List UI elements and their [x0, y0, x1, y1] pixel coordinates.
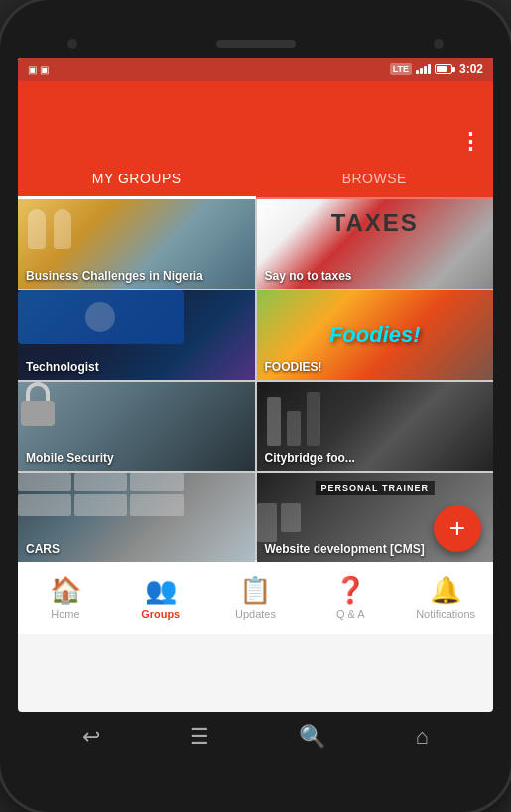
status-time: 3:02 — [459, 62, 483, 76]
qa-icon: ❓ — [334, 575, 366, 606]
nav-item-qa[interactable]: ❓ Q & A — [303, 575, 398, 620]
nav-label-updates: Updates — [235, 608, 276, 620]
lock-body — [21, 401, 55, 426]
cms-bar-2 — [281, 503, 301, 532]
phone-nav-bar: ↩ ☰ 🔍 ⌂ — [18, 712, 493, 761]
overflow-menu-button[interactable]: ⋮ — [459, 131, 483, 153]
foodies-overlay-text: Foodies! — [329, 322, 421, 348]
city-figure-2 — [287, 411, 301, 446]
signal-bar-2 — [420, 68, 423, 74]
taxes-overlay-text: TAXES — [331, 209, 419, 237]
status-left-icons: ▣ ▣ — [28, 64, 49, 75]
nav-label-home: Home — [51, 608, 79, 620]
personal-trainer-badge: PERSONAL TRAINER — [316, 481, 435, 495]
group-item-foodies[interactable]: Foodies! FOODIES! — [257, 290, 494, 380]
lte-indicator: LTE — [390, 63, 412, 75]
signal-bars-icon — [416, 64, 431, 74]
home-icon: 🏠 — [50, 575, 81, 606]
search-button[interactable]: 🔍 — [299, 724, 325, 750]
group-label-foodies: FOODIES! — [265, 360, 322, 374]
engine-part-2 — [74, 473, 128, 491]
nav-item-updates[interactable]: 📋 Updates — [208, 575, 304, 620]
group-item-citybridge[interactable]: Citybridge foo... — [257, 382, 494, 471]
app-header: ⋮ — [18, 81, 493, 161]
city-figure-1 — [267, 397, 281, 446]
engine-part-3 — [130, 473, 184, 491]
signal-bar-4 — [428, 64, 431, 74]
nav-item-groups[interactable]: 👥 Groups — [113, 575, 208, 620]
group-label-nigeria: Business Challenges in Nigeria — [26, 269, 203, 283]
group-item-cars[interactable]: CARS — [18, 473, 255, 562]
fab-add-button[interactable]: + — [434, 505, 481, 552]
city-figure-3 — [307, 392, 320, 446]
signal-bar-3 — [424, 66, 427, 74]
menu-button[interactable]: ☰ — [190, 724, 209, 750]
nav-item-notifications[interactable]: 🔔 Notifications — [398, 575, 493, 620]
phone-speaker — [216, 40, 296, 48]
group-item-taxes[interactable]: TAXES Say no to taxes — [257, 199, 494, 289]
car-engine-sim — [18, 473, 184, 516]
nav-label-groups: Groups — [141, 608, 180, 620]
bottom-nav: 🏠 Home 👥 Groups 📋 Updates ❓ Q & A 🔔 Noti… — [18, 560, 493, 634]
tab-my-groups[interactable]: My Groups — [18, 161, 256, 199]
group-label-cms: Website development [CMS] — [265, 542, 425, 556]
nav-label-qa: Q & A — [336, 608, 365, 620]
phone-top-bar — [18, 30, 493, 58]
app-icons: ▣ ▣ — [28, 64, 49, 75]
group-label-taxes: Say no to taxes — [265, 269, 352, 283]
tabs-bar: My Groups Browse — [18, 161, 493, 199]
phone-screen: ▣ ▣ LTE 3:02 ⋮ — [18, 58, 493, 712]
engine-part-6 — [130, 494, 184, 516]
battery-icon — [435, 64, 455, 74]
group-label-security: Mobile Security — [26, 451, 114, 465]
tech-circle — [85, 302, 115, 332]
group-label-citybridge: Citybridge foo... — [265, 451, 355, 465]
group-item-nigeria[interactable]: Business Challenges in Nigeria — [18, 199, 255, 289]
engine-part-1 — [18, 473, 71, 491]
notifications-icon: 🔔 — [430, 575, 461, 606]
front-camera-left — [67, 39, 77, 49]
groups-grid-wrapper: Business Challenges in Nigeria TAXES Say… — [18, 199, 493, 560]
phone-frame: ▣ ▣ LTE 3:02 ⋮ — [0, 0, 511, 812]
engine-part-4 — [18, 494, 71, 516]
updates-icon: 📋 — [239, 575, 271, 606]
status-bar: ▣ ▣ LTE 3:02 — [18, 58, 493, 81]
group-item-tech[interactable]: Technologist — [18, 290, 255, 380]
group-label-cars: CARS — [26, 542, 60, 556]
engine-part-5 — [74, 494, 128, 516]
nav-label-notifications: Notifications — [416, 608, 475, 620]
groups-grid: Business Challenges in Nigeria TAXES Say… — [18, 199, 493, 560]
lock-top — [26, 382, 50, 402]
nav-item-home[interactable]: 🏠 Home — [18, 575, 113, 620]
home-button[interactable]: ⌂ — [416, 724, 429, 750]
groups-icon: 👥 — [145, 575, 177, 606]
figure-person-1 — [28, 209, 46, 249]
cms-bar-1 — [257, 503, 277, 542]
back-button[interactable]: ↩ — [82, 724, 100, 750]
front-camera-right — [434, 39, 444, 49]
signal-bar-1 — [416, 70, 419, 74]
status-right-icons: LTE 3:02 — [390, 62, 483, 76]
group-label-tech: Technologist — [26, 360, 99, 374]
group-item-security[interactable]: Mobile Security — [18, 382, 255, 471]
lock-icon-sim — [18, 382, 58, 431]
tab-browse[interactable]: Browse — [256, 161, 494, 197]
figure-person-2 — [54, 209, 71, 249]
